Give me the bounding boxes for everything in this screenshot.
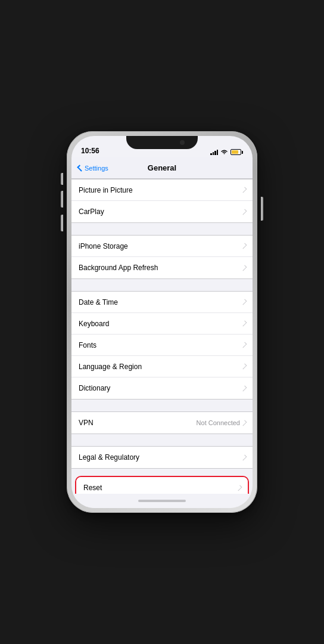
list-item-carplay[interactable]: CarPlay	[71, 201, 253, 222]
section-group6: Reset	[71, 476, 253, 494]
list-group-5: Legal & Regulatory	[71, 446, 253, 469]
section-group1: Picture in Picture CarPlay	[71, 179, 253, 223]
section-divider	[71, 400, 253, 411]
page-title: General	[148, 163, 176, 172]
battery-icon	[230, 149, 243, 155]
list-group-4: VPN Not Connected	[71, 411, 253, 434]
list-item-language-region[interactable]: Language & Region	[71, 356, 253, 377]
section-divider	[71, 469, 253, 473]
list-item-reset[interactable]: Reset	[76, 477, 248, 494]
section-group2: iPhone Storage Background App Refresh	[71, 235, 253, 279]
section-divider	[71, 223, 253, 235]
list-item-dictionary[interactable]: Dictionary	[71, 377, 253, 399]
notch	[126, 136, 198, 149]
list-item-date-time[interactable]: Date & Time	[71, 292, 253, 313]
list-item-background-app-refresh[interactable]: Background App Refresh	[71, 257, 253, 278]
list-item-fonts[interactable]: Fonts	[71, 335, 253, 356]
reset-highlight-border: Reset	[75, 476, 249, 494]
volume-up-button	[61, 191, 63, 208]
item-label: Date & Time	[79, 298, 242, 306]
item-label: Keyboard	[79, 320, 242, 328]
item-label: VPN	[79, 419, 197, 427]
signal-icon	[210, 149, 218, 155]
item-label: Background App Refresh	[79, 264, 242, 272]
item-label: iPhone Storage	[79, 242, 242, 250]
nav-bar: Settings General	[71, 157, 253, 179]
back-label: Settings	[85, 165, 108, 172]
section-group5: Legal & Regulatory	[71, 446, 253, 469]
list-item-vpn[interactable]: VPN Not Connected	[71, 412, 253, 434]
item-label: CarPlay	[79, 208, 242, 216]
screen: 10:56	[71, 136, 253, 508]
silent-switch	[61, 173, 63, 185]
list-item-picture-in-picture[interactable]: Picture in Picture	[71, 179, 253, 201]
back-chevron-icon	[77, 165, 83, 171]
section-divider	[71, 434, 253, 446]
list-group-1: Picture in Picture CarPlay	[71, 179, 253, 223]
list-item-legal-regulatory[interactable]: Legal & Regulatory	[71, 447, 253, 468]
chevron-icon	[241, 420, 247, 426]
item-label: Legal & Regulatory	[79, 453, 242, 462]
back-button[interactable]: Settings	[79, 165, 108, 172]
home-bar	[138, 500, 186, 502]
home-indicator	[71, 494, 253, 508]
settings-content[interactable]: Picture in Picture CarPlay iPhone Storag…	[71, 179, 253, 494]
section-group3: Date & Time Keyboard Fonts Language & Re…	[71, 291, 253, 400]
item-label: Fonts	[79, 341, 242, 349]
list-group-2: iPhone Storage Background App Refresh	[71, 235, 253, 279]
status-icons	[210, 149, 243, 155]
list-item-iphone-storage[interactable]: iPhone Storage	[71, 236, 253, 257]
item-label: Reset	[83, 484, 238, 492]
volume-down-button	[61, 215, 63, 231]
item-label: Picture in Picture	[79, 186, 242, 194]
camera-dot	[180, 140, 185, 145]
item-label: Language & Region	[79, 363, 242, 371]
list-item-keyboard[interactable]: Keyboard	[71, 313, 253, 335]
item-value: Not Connected	[197, 419, 240, 426]
item-label: Dictionary	[79, 384, 242, 392]
section-group4: VPN Not Connected	[71, 411, 253, 434]
list-group-3: Date & Time Keyboard Fonts Language & Re…	[71, 291, 253, 400]
section-divider	[71, 279, 253, 291]
phone-frame: 10:56	[67, 131, 257, 513]
power-button	[261, 197, 263, 221]
wifi-icon	[220, 149, 228, 155]
